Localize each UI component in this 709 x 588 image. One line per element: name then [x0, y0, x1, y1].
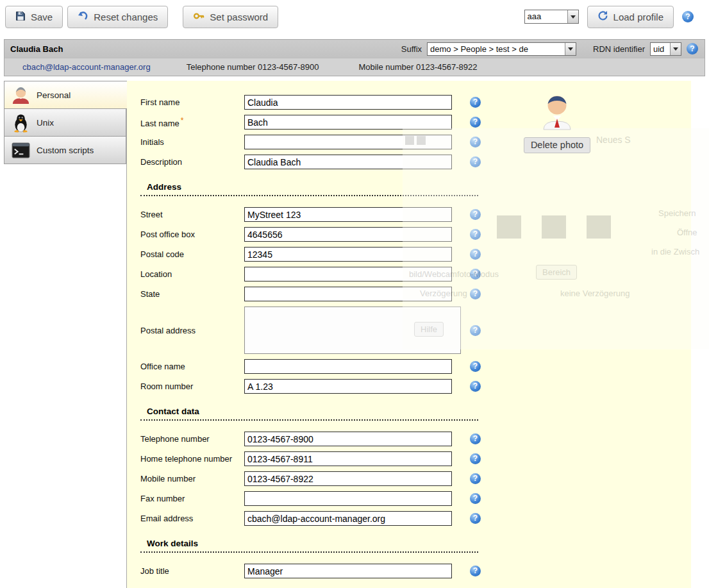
form-row: Last name*? — [140, 115, 691, 130]
help-icon[interactable]: ? — [470, 209, 481, 220]
rdn-identifier-select[interactable]: uid — [650, 42, 681, 56]
user-photo — [542, 122, 572, 133]
first-name-input[interactable] — [244, 95, 452, 110]
help-icon[interactable]: ? — [470, 453, 481, 464]
help-icon[interactable]: ? — [470, 249, 481, 260]
field-label: Email address — [140, 514, 244, 523]
account-header-row1: Claudia Bach Suffix demo > People > test… — [4, 40, 705, 58]
help-icon[interactable]: ? — [470, 325, 481, 336]
help-icon[interactable]: ? — [470, 269, 481, 280]
street-input[interactable] — [244, 207, 452, 222]
form-row: Post office box? — [140, 227, 691, 242]
fax-number-input[interactable] — [244, 491, 452, 506]
save-button[interactable]: Save — [5, 6, 63, 28]
postal-address-input[interactable] — [244, 307, 461, 354]
help-icon[interactable]: ? — [470, 566, 481, 576]
account-form: First name?Last name*?Initials?Descripti… — [127, 81, 691, 588]
reset-changes-button[interactable]: Reset changes — [67, 6, 168, 28]
form-row: Fax number? — [140, 491, 691, 506]
sidebar: Personal Unix Custom scripts — [4, 81, 126, 588]
help-icon[interactable]: ? — [470, 229, 481, 240]
section-title: Contact data — [140, 407, 478, 421]
reload-icon — [597, 10, 608, 23]
form-row: Initials? — [140, 135, 691, 149]
postal-code-input[interactable] — [244, 247, 452, 262]
email-address-input[interactable] — [244, 511, 452, 526]
field-label: Post office box — [140, 230, 244, 239]
field-label: Fax number — [140, 494, 244, 503]
main-area: Personal Unix Custom scripts First name?… — [4, 81, 709, 588]
profile-select[interactable]: aaa — [524, 10, 579, 24]
help-icon[interactable]: ? — [470, 513, 481, 524]
account-header-controls: Suffix demo > People > test > de RDN ide… — [401, 42, 698, 56]
form-row: Description? — [140, 155, 691, 169]
form-row: First name? — [140, 95, 691, 110]
form-row: Home telephone number? — [140, 451, 691, 466]
field-label: Description — [140, 157, 244, 167]
help-icon[interactable]: ? — [470, 493, 481, 504]
rdn-identifier-label: RDN identifier — [593, 44, 645, 54]
field-label: Location — [140, 269, 244, 279]
tab-unix[interactable]: Unix — [4, 108, 126, 137]
suffix-select[interactable]: demo > People > test > de — [427, 42, 576, 56]
home-telephone-number-input[interactable] — [244, 451, 452, 466]
help-icon[interactable]: ? — [687, 43, 698, 55]
form-row: State? — [140, 287, 691, 301]
email-link[interactable]: cbach@ldap-account-manager.org — [22, 62, 151, 72]
help-icon[interactable]: ? — [470, 381, 481, 392]
help-icon[interactable]: ? — [470, 289, 481, 299]
suffix-select-value: demo > People > test > de — [428, 43, 531, 55]
delete-photo-button[interactable]: Delete photo — [524, 137, 590, 153]
content-panel: First name?Last name*?Initials?Descripti… — [126, 81, 691, 588]
load-profile-label: Load profile — [613, 12, 663, 22]
form-row: Email address? — [140, 511, 691, 526]
tab-unix-label: Unix — [37, 118, 54, 128]
location-input[interactable] — [244, 267, 452, 281]
required-marker: * — [181, 116, 184, 125]
form-row: Mobile number? — [140, 471, 691, 486]
load-profile-button[interactable]: Load profile — [587, 6, 674, 28]
description-input[interactable] — [244, 155, 452, 169]
toolbar-right: aaa Load profile ? — [524, 6, 694, 28]
terminal-icon — [11, 140, 31, 160]
mobile-number-input[interactable] — [244, 471, 452, 486]
form-row: Postal code? — [140, 247, 691, 262]
job-title-input[interactable] — [244, 564, 452, 578]
dropdown-arrow-icon — [670, 43, 681, 55]
field-label: Mobile number — [140, 474, 244, 483]
help-icon[interactable]: ? — [470, 473, 481, 484]
last-name-input[interactable] — [244, 115, 452, 130]
help-icon[interactable]: ? — [470, 117, 481, 128]
office-name-input[interactable] — [244, 359, 452, 374]
field-label: Postal code — [140, 249, 244, 259]
state-input[interactable] — [244, 287, 452, 301]
help-icon[interactable]: ? — [470, 137, 481, 147]
page-title: Claudia Bach — [10, 44, 63, 54]
post-office-box-input[interactable] — [244, 227, 452, 242]
reset-changes-label: Reset changes — [94, 12, 158, 22]
tab-personal[interactable]: Personal — [4, 81, 127, 109]
form-row: Room number? — [140, 379, 691, 394]
account-header: Claudia Bach Suffix demo > People > test… — [4, 39, 705, 76]
help-icon[interactable]: ? — [470, 433, 481, 444]
suffix-label: Suffix — [401, 44, 422, 54]
rdn-select-value: uid — [651, 43, 667, 55]
room-number-input[interactable] — [244, 379, 452, 394]
person-icon — [11, 85, 31, 105]
section-title: Address — [140, 182, 478, 196]
initials-input[interactable] — [244, 135, 452, 149]
help-icon[interactable]: ? — [470, 156, 481, 167]
header-mobile: Mobile number 0123-4567-8922 — [358, 62, 477, 72]
tab-custom-scripts[interactable]: Custom scripts — [4, 136, 126, 164]
dropdown-arrow-icon — [565, 43, 576, 55]
telephone-number-input[interactable] — [244, 432, 452, 446]
help-icon[interactable]: ? — [682, 11, 694, 22]
field-label: State — [140, 289, 244, 299]
field-label: Room number — [140, 382, 244, 391]
field-label: Last name* — [140, 116, 244, 128]
help-icon[interactable]: ? — [470, 97, 481, 108]
form-row: Postal address? — [140, 307, 691, 354]
help-icon[interactable]: ? — [470, 361, 481, 372]
set-password-label: Set password — [210, 12, 268, 22]
set-password-button[interactable]: Set password — [183, 6, 278, 28]
